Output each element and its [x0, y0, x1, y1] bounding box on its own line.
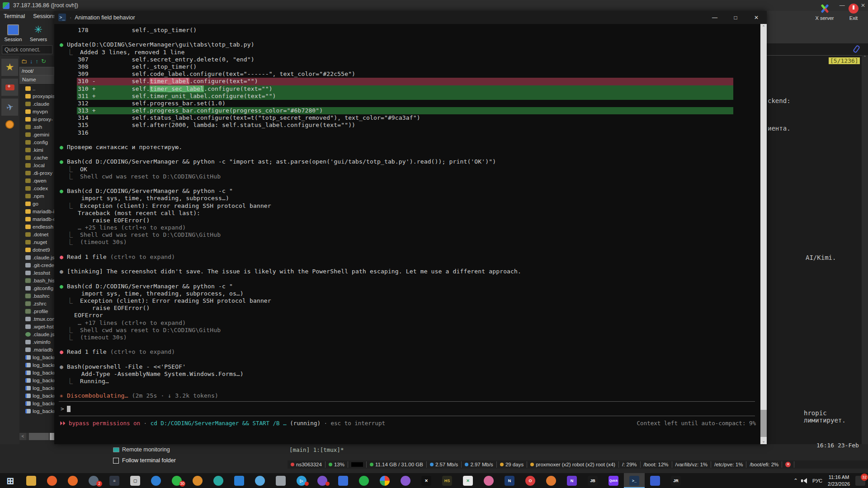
file-row[interactable]: .nuget: [19, 238, 54, 246]
scrollbar-thumb[interactable]: [760, 410, 767, 437]
taskbar-blue-app-2[interactable]: [333, 473, 354, 488]
file-row[interactable]: .claude: [19, 100, 54, 108]
tray-clock[interactable]: 11:16 AM 2/23/2026: [828, 474, 850, 487]
menu-sessions[interactable]: Sessions: [33, 13, 56, 19]
follow-terminal-folder-checkbox[interactable]: [113, 458, 119, 464]
file-row[interactable]: .mariadb: [19, 346, 54, 353]
file-row[interactable]: .zshrc: [19, 300, 54, 307]
file-row[interactable]: .local: [19, 161, 54, 169]
taskbar-grey-window-app[interactable]: [270, 473, 291, 488]
file-row[interactable]: log_backu: [19, 407, 54, 415]
file-row[interactable]: .claude.js: [19, 330, 54, 338]
notification-center-icon[interactable]: 32: [855, 476, 865, 486]
claude-scrollbar[interactable]: ⌃ ⌄: [760, 24, 767, 444]
taskbar-hs-app[interactable]: HS: [437, 473, 458, 488]
file-row[interactable]: .cache: [19, 154, 54, 161]
file-row[interactable]: .tmux.con: [19, 315, 54, 323]
file-row[interactable]: log_backu: [19, 392, 54, 399]
sftp-path-input[interactable]: /root/: [19, 67, 54, 75]
taskbar-violet-app[interactable]: [395, 473, 416, 488]
sftp-horizontal-scrollbar[interactable]: <: [19, 433, 54, 440]
file-row[interactable]: log_backu: [19, 369, 54, 376]
taskbar-firefox-browser[interactable]: [62, 473, 83, 488]
quick-connect-input[interactable]: Quick connect.: [2, 45, 52, 54]
background-scrollbar[interactable]: ⌃: [862, 55, 868, 454]
file-row[interactable]: myvpn: [19, 108, 54, 115]
language-indicator[interactable]: РУС: [812, 478, 822, 483]
prompt-input[interactable]: >: [59, 401, 755, 416]
taskbar-powershell[interactable]: >_: [624, 473, 645, 488]
taskbar-blue-dev-app[interactable]: [645, 473, 665, 488]
servers-button[interactable]: ✳ Servers: [28, 24, 49, 42]
scroll-down-icon[interactable]: ⌄: [760, 439, 767, 443]
tools-tab[interactable]: [1, 79, 18, 96]
session-button[interactable]: Session: [3, 24, 24, 42]
taskbar-dark-app[interactable]: ≡: [104, 473, 125, 488]
file-row[interactable]: dotnet9: [19, 246, 54, 253]
file-row[interactable]: .wget-hst: [19, 323, 54, 330]
file-row[interactable]: .npm: [19, 192, 54, 200]
file-row[interactable]: mariadb-i: [19, 207, 54, 215]
file-row[interactable]: .codex: [19, 184, 54, 192]
file-row[interactable]: .lesshst: [19, 269, 54, 277]
taskbar-chrome[interactable]: [374, 473, 395, 488]
taskbar-rider[interactable]: JR: [665, 473, 686, 488]
file-row[interactable]: .profile: [19, 307, 54, 315]
file-row[interactable]: .config: [19, 138, 54, 146]
file-row[interactable]: .bash_his: [19, 277, 54, 284]
taskbar-lightblue-app[interactable]: [250, 473, 270, 488]
file-row[interactable]: log_backu: [19, 399, 54, 407]
taskbar-file-explorer[interactable]: [21, 473, 42, 488]
taskbar-brave-browser[interactable]: [42, 473, 62, 488]
speaker-icon[interactable]: [803, 478, 807, 483]
file-row[interactable]: .git-crede: [19, 261, 54, 269]
taskbar-purple-n-app[interactable]: N: [561, 473, 582, 488]
tray-chevron-icon[interactable]: ⌃: [793, 478, 798, 484]
maximize-icon[interactable]: □: [725, 11, 746, 24]
taskbar-blue-app[interactable]: [146, 473, 166, 488]
file-row[interactable]: log_backu: [19, 384, 54, 392]
file-row[interactable]: .claude.js: [19, 253, 54, 261]
file-row[interactable]: .gitconfig: [19, 284, 54, 292]
file-row[interactable]: log_backu: [19, 361, 54, 369]
taskbar-browser-badge[interactable]: 2: [83, 473, 104, 488]
minimize-icon[interactable]: —: [704, 11, 725, 24]
taskbar-paint-app[interactable]: [478, 473, 499, 488]
taskbar-grey-app[interactable]: ▢: [125, 473, 146, 488]
file-row[interactable]: ..: [19, 84, 54, 92]
x-server-button[interactable]: X server: [813, 4, 836, 21]
file-row[interactable]: .bashrc: [19, 292, 54, 300]
file-row[interactable]: .gemini: [19, 131, 54, 138]
menu-terminal[interactable]: Terminal: [4, 13, 25, 19]
scroll-left-icon[interactable]: <: [19, 433, 26, 440]
taskbar-start-button[interactable]: ⊞: [0, 473, 21, 488]
file-row[interactable]: .di-proxy: [19, 169, 54, 177]
refresh-icon[interactable]: ↻: [41, 58, 46, 65]
taskbar-jetbrains[interactable]: JB: [582, 473, 603, 488]
folder-up-icon[interactable]: 🗀: [21, 58, 27, 65]
taskbar-orange-browser[interactable]: [541, 473, 561, 488]
sessions-tab[interactable]: ★: [1, 59, 18, 76]
taskbar-amber-app[interactable]: [187, 473, 208, 488]
file-row[interactable]: proxyapis: [19, 92, 54, 100]
file-row[interactable]: ai-proxy-: [19, 115, 54, 123]
taskbar-x-app[interactable]: ✕: [416, 473, 437, 488]
upload-icon[interactable]: ↑: [36, 58, 39, 65]
file-row[interactable]: .ssh: [19, 123, 54, 131]
taskbar-opera[interactable]: O: [520, 473, 541, 488]
sftp-name-header[interactable]: Name: [19, 75, 54, 84]
file-row[interactable]: .kimi: [19, 146, 54, 154]
file-row[interactable]: .dotnet: [19, 230, 54, 238]
file-row[interactable]: go: [19, 200, 54, 207]
taskbar-navy-n-app[interactable]: N: [499, 473, 520, 488]
taskbar-whatsapp[interactable]: 30: [166, 473, 187, 488]
sftp-globe-icon[interactable]: [5, 120, 14, 129]
taskbar-quick-app[interactable]: Quick: [603, 473, 624, 488]
file-row[interactable]: .viminfo: [19, 338, 54, 346]
exit-button[interactable]: Exit: [842, 4, 865, 21]
file-row[interactable]: .qwen: [19, 177, 54, 184]
file-row[interactable]: endlessh: [19, 223, 54, 230]
file-row[interactable]: log_backu: [19, 376, 54, 384]
close-icon[interactable]: ✕: [746, 11, 767, 24]
file-row[interactable]: mariadb-c: [19, 215, 54, 223]
